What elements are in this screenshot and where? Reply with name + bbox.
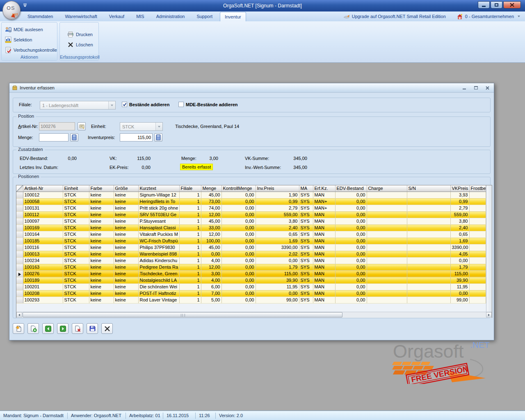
app-logo-icon[interactable]: OS .NET bbox=[2, 1, 21, 20]
table-row[interactable]: 100208 STCK keine keine POST-IT Haftnoti… bbox=[16, 290, 486, 297]
cell-ma[interactable]: SYS bbox=[299, 244, 313, 251]
cell-vkpreis[interactable]: 39,90 bbox=[450, 277, 469, 284]
cell-farbe[interactable]: keine bbox=[89, 205, 114, 212]
menge-input[interactable] bbox=[39, 133, 68, 142]
cell-menge[interactable]: 0,00 bbox=[201, 251, 221, 258]
cell-frostbest[interactable] bbox=[469, 199, 486, 205]
cell-invpreis[interactable]: 1,69 bbox=[256, 238, 299, 244]
cell-erfkz[interactable]: MAN bbox=[313, 290, 335, 297]
cell-erfkz[interactable]: MAN bbox=[313, 258, 335, 264]
verbuchungskontrolle-button[interactable]: Verbuchungskontrolle bbox=[5, 46, 57, 54]
grid-column-header[interactable]: Farbe bbox=[89, 185, 114, 192]
grid-column-header[interactable]: Artikel-Nr bbox=[23, 185, 63, 192]
cell-artikel-nr[interactable]: 100131 bbox=[23, 205, 63, 212]
cell-sn[interactable] bbox=[407, 205, 450, 212]
cell-kurztext[interactable]: POST-IT Haftnotiz bbox=[138, 290, 179, 297]
cell-vkpreis[interactable]: 3,93 bbox=[450, 192, 469, 199]
cell-groesse[interactable]: keine bbox=[114, 212, 138, 218]
cell-groesse[interactable]: keine bbox=[114, 238, 138, 244]
cell-ma[interactable]: SYS bbox=[299, 225, 313, 231]
cell-kontrollmenge[interactable]: 0,00 bbox=[221, 205, 256, 212]
grid-column-header[interactable]: Größe bbox=[114, 185, 138, 192]
row-marker-cell[interactable] bbox=[16, 284, 23, 290]
cell-filiale[interactable]: 1 bbox=[179, 199, 201, 205]
cell-ma[interactable]: SYS bbox=[299, 297, 313, 304]
cell-groesse[interactable]: keine bbox=[114, 271, 138, 277]
row-marker-cell[interactable] bbox=[16, 238, 23, 244]
cell-charge[interactable] bbox=[367, 212, 407, 218]
grid-column-header[interactable]: Charge bbox=[367, 185, 407, 192]
cell-edv-bestand[interactable]: 0,00 bbox=[335, 199, 367, 205]
cell-menge[interactable]: 3,00 bbox=[201, 271, 221, 277]
cell-frostbest[interactable] bbox=[469, 225, 486, 231]
cell-erfkz[interactable]: MAN+ bbox=[313, 205, 335, 212]
cell-ma[interactable]: SYS bbox=[299, 271, 313, 277]
cell-kurztext[interactable]: Signum-Village 12 bbox=[138, 192, 179, 199]
cell-vkpreis[interactable]: 3390,00 bbox=[450, 244, 469, 251]
cell-edv-bestand[interactable]: 0,00 bbox=[335, 225, 367, 231]
cell-invpreis[interactable]: 0,00 bbox=[256, 290, 299, 297]
delete-record-button[interactable] bbox=[72, 323, 83, 334]
cell-kontrollmenge[interactable]: 0,00 bbox=[221, 244, 256, 251]
cell-sn[interactable] bbox=[407, 297, 450, 304]
cell-invpreis[interactable]: 0,99 bbox=[256, 199, 299, 205]
cell-farbe[interactable]: keine bbox=[89, 212, 114, 218]
row-marker-cell[interactable] bbox=[16, 199, 23, 205]
cell-charge[interactable] bbox=[367, 290, 407, 297]
cell-kurztext[interactable]: Adidas Kinderschu bbox=[138, 258, 179, 264]
cell-kurztext[interactable]: Tischdecke, Green bbox=[138, 271, 179, 277]
cell-erfkz[interactable]: MAN bbox=[313, 264, 335, 271]
cell-einheit[interactable]: STCK bbox=[63, 218, 89, 225]
cell-erfkz[interactable]: MAN bbox=[313, 297, 335, 304]
row-marker-cell[interactable] bbox=[16, 251, 23, 258]
quick-access-dropdown-icon[interactable] bbox=[23, 4, 27, 7]
grid-column-header[interactable]: EDV-Bestand bbox=[335, 185, 367, 192]
cell-erfkz[interactable]: MAN bbox=[313, 218, 335, 225]
bestaende-addieren-checkbox[interactable]: Bestände addieren bbox=[122, 102, 169, 107]
cell-groesse[interactable]: keine bbox=[114, 290, 138, 297]
drucken-button[interactable]: Drucken bbox=[67, 31, 93, 38]
cell-farbe[interactable]: keine bbox=[89, 251, 114, 258]
row-marker-cell[interactable] bbox=[16, 271, 23, 277]
cell-kurztext[interactable]: Rod Laver Vintage bbox=[138, 297, 179, 304]
cell-einheit[interactable]: STCK bbox=[63, 199, 89, 205]
cell-kurztext[interactable]: Die schönsten Wei bbox=[138, 284, 179, 290]
cell-charge[interactable] bbox=[367, 244, 407, 251]
cell-vkpreis[interactable]: 1,79 bbox=[450, 264, 469, 271]
cell-invpreis[interactable]: 1,90 bbox=[256, 192, 299, 199]
table-row[interactable]: 100097 STCK keine keine P.Stuyvesant 1 4… bbox=[16, 218, 486, 225]
ribbon-tab[interactable]: Verkauf bbox=[105, 11, 129, 21]
cell-menge[interactable]: 12,00 bbox=[201, 264, 221, 271]
artikel-lookup-button[interactable] bbox=[78, 122, 86, 130]
cell-erfkz[interactable]: MAN bbox=[313, 231, 335, 238]
cell-charge[interactable] bbox=[367, 284, 407, 290]
cell-groesse[interactable]: keine bbox=[114, 192, 138, 199]
cell-vkpreis[interactable]: 99,00 bbox=[450, 297, 469, 304]
cell-kontrollmenge[interactable]: 0,00 bbox=[221, 290, 256, 297]
scroll-left-button[interactable] bbox=[16, 312, 22, 317]
cell-artikel-nr[interactable]: 100058 bbox=[23, 199, 63, 205]
cell-groesse[interactable]: keine bbox=[114, 258, 138, 264]
cell-frostbest[interactable] bbox=[469, 244, 486, 251]
cell-einheit[interactable]: STCK bbox=[63, 297, 89, 304]
cell-edv-bestand[interactable]: 0,00 bbox=[335, 284, 367, 290]
cell-charge[interactable] bbox=[367, 199, 407, 205]
cell-frostbest[interactable] bbox=[469, 297, 486, 304]
cell-artikel-nr[interactable]: 100234 bbox=[23, 258, 63, 264]
row-marker-cell[interactable] bbox=[16, 264, 23, 271]
cell-kurztext[interactable]: Nostalgieschild LA bbox=[138, 277, 179, 284]
cell-ma[interactable]: SYS bbox=[299, 231, 313, 238]
cell-kontrollmenge[interactable]: 0,00 bbox=[221, 212, 256, 218]
table-row[interactable]: 100276 STCK keine keine Tischdecke, Gree… bbox=[16, 271, 486, 277]
cell-sn[interactable] bbox=[407, 290, 450, 297]
einheit-combobox[interactable]: STCK bbox=[120, 122, 163, 131]
cell-farbe[interactable]: keine bbox=[89, 297, 114, 304]
row-marker-cell[interactable] bbox=[16, 231, 23, 238]
cell-menge[interactable]: 4,00 bbox=[201, 277, 221, 284]
cell-charge[interactable] bbox=[367, 277, 407, 284]
cell-frostbest[interactable] bbox=[469, 205, 486, 212]
cell-invpreis[interactable]: 115,00 bbox=[256, 271, 299, 277]
cell-erfkz[interactable]: MAN bbox=[313, 192, 335, 199]
cell-filiale[interactable]: 1 bbox=[179, 212, 201, 218]
filiale-combobox[interactable]: 1 - Ladengeschäft bbox=[40, 101, 116, 110]
